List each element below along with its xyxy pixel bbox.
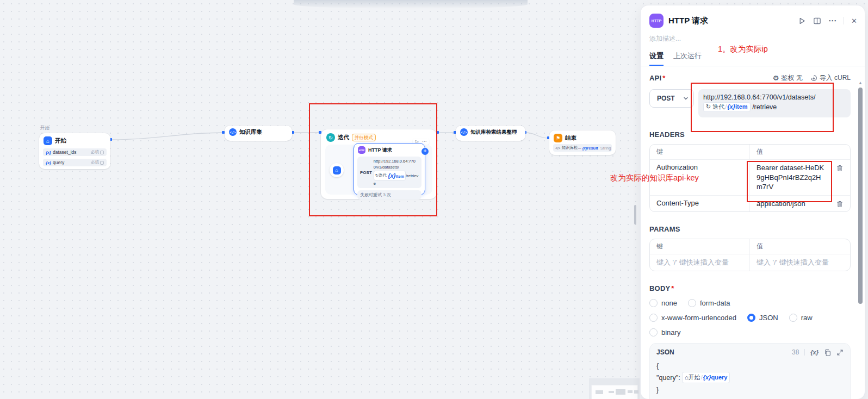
required-icon	[100, 161, 104, 165]
kb-node-title: 知识库集	[239, 128, 262, 136]
copy-icon[interactable]	[824, 349, 831, 356]
panel-content: API* ⚙ 鉴权 无 导入 cURL POST http://192.168.…	[641, 66, 865, 399]
required-icon	[100, 151, 104, 154]
start-node-type-label: 开始	[40, 125, 49, 132]
home-icon: ⌂	[685, 374, 689, 381]
param-value-input[interactable]: 键入 '/' 键快速插入变量	[750, 254, 850, 271]
table-row: 键入 '/' 键快速插入变量 键入 '/' 键快速插入变量	[650, 254, 850, 271]
minimap-viewport	[592, 385, 637, 399]
gear-icon: ⚙	[773, 74, 779, 82]
end-output-row: </> 知识库检... {x}result String	[553, 144, 612, 152]
json-editor[interactable]: JSON 38 {x} { "query": ⌂开始/{x}query }	[649, 343, 851, 399]
table-row: Content-Type application/json	[650, 195, 850, 212]
tab-settings[interactable]: 设置	[649, 51, 664, 66]
radio-none[interactable]: none	[649, 299, 677, 307]
home-icon: ⌂	[44, 136, 52, 145]
start-var-query[interactable]: {x}query 必填	[43, 159, 107, 166]
home-icon: ⌂	[333, 166, 341, 174]
radio-circle	[649, 328, 658, 336]
expand-icon[interactable]	[836, 349, 844, 356]
node-arrange-results[interactable]: </> 知识库检索结果整理	[456, 126, 525, 141]
radio-x-www-form-urlencoded[interactable]: x-www-form-urlencoded	[649, 314, 736, 322]
variable-icon: {x}	[46, 150, 51, 155]
scroll-up-arrow-icon[interactable]: ▲	[857, 79, 864, 87]
param-key-input[interactable]: 键入 '/' 键快速插入变量	[650, 254, 750, 271]
url-variable-pill[interactable]: ↻ 迭代/{x}item	[703, 102, 751, 112]
header-value-input[interactable]: application/json	[757, 199, 805, 209]
refresh-icon: ↻	[326, 133, 335, 142]
refresh-icon: ↻	[706, 103, 711, 110]
run-node-button[interactable]	[798, 17, 806, 25]
http-node-config-panel: HTTP HTTP 请求 ⋯ ✕ 添加描述... 设置 上次运行 API* ⚙ …	[641, 5, 865, 399]
required-star: *	[671, 284, 674, 292]
radio-circle	[789, 314, 797, 322]
params-col-key: 键	[650, 239, 750, 254]
end-flag-icon: ⚑	[554, 134, 562, 142]
headers-col-key: 键	[650, 145, 750, 159]
json-body-content[interactable]: { "query": ⌂开始/{x}query }	[656, 360, 844, 396]
import-curl-button[interactable]: 导入 cURL	[810, 73, 851, 83]
iteration-body: ⌂ HTTP HTTP 请求 + POST http://192.168.0.6…	[325, 145, 432, 195]
code-icon: </>	[555, 146, 560, 150]
trash-icon[interactable]	[836, 164, 844, 192]
add-node-button[interactable]: +	[421, 148, 429, 155]
arrange-node-title: 知识库检索结果整理	[470, 129, 517, 136]
divider	[804, 349, 805, 356]
code-icon: </>	[460, 128, 468, 136]
method-select[interactable]: POST	[649, 89, 694, 108]
params-col-value: 值	[750, 239, 850, 254]
divider	[844, 17, 844, 24]
node-knowledge-base[interactable]: </> 知识库集	[225, 126, 292, 141]
header-value-input[interactable]: Bearer dataset-HeDK9gHBqPnI4rBZ2q2Hm7rV	[757, 163, 826, 192]
auth-setting-button[interactable]: ⚙ 鉴权 无	[773, 73, 803, 83]
http-mini-url: POST http://192.168.0.64:7700/v1/dataset…	[357, 157, 421, 188]
params-section-title: PARAMS	[649, 225, 851, 233]
editor-label: JSON	[656, 348, 792, 356]
import-icon	[810, 74, 817, 82]
headers-section-title: HEADERS	[649, 130, 851, 139]
radio-circle	[649, 299, 658, 307]
more-icon[interactable]: ⋯	[828, 16, 836, 26]
node-end[interactable]: ⚑ 结束 </> 知识库检... {x}result String	[549, 130, 616, 155]
radio-binary[interactable]: binary	[649, 328, 680, 336]
code-icon: </>	[229, 128, 237, 136]
insert-variable-button[interactable]: {x}	[810, 349, 819, 356]
scrollbar-thumb[interactable]	[858, 88, 863, 304]
radio-form-data[interactable]: form-data	[688, 299, 730, 307]
radio-raw[interactable]: raw	[789, 314, 813, 322]
http-icon: HTTP	[649, 14, 664, 28]
docs-icon[interactable]	[813, 17, 821, 25]
url-input[interactable]: http://192.168.0.64:7700/v1/datasets/↻ 迭…	[698, 89, 851, 117]
close-icon[interactable]: ✕	[851, 17, 857, 25]
node-start[interactable]: ⌂ 开始 {x}dataset_ids 必填 {x}query 必填	[39, 133, 110, 169]
body-section-title: BODY*	[649, 284, 851, 292]
api-section-title: API*	[649, 74, 666, 82]
chevron-down-icon	[683, 96, 689, 101]
iteration-node-title: 迭代	[338, 134, 349, 141]
trash-icon[interactable]	[836, 200, 844, 209]
panel-title: HTTP 请求	[668, 16, 793, 26]
panel-scrollbar[interactable]: ▲	[857, 79, 864, 399]
radio-circle	[747, 314, 755, 322]
header-key-input[interactable]: Content-Type	[650, 196, 750, 212]
annotation-change-api-key: 改为实际的知识库api-key	[610, 173, 699, 183]
body-type-options: none form-data x-www-form-urlencoded JSO…	[649, 299, 851, 336]
iteration-start-node[interactable]: ⌂	[330, 163, 344, 177]
node-iteration[interactable]: ↻ 迭代 并行模式 ▷ ⋯ ⌂ HTTP HTTP 请求 + POST http…	[321, 129, 437, 199]
variable-icon: {x}	[46, 160, 51, 165]
radio-json[interactable]: JSON	[747, 314, 778, 322]
canvas-scrollbar-thumb[interactable]	[634, 205, 636, 225]
http-node-title: HTTP 请求	[368, 147, 392, 154]
parallel-mode-badge: 并行模式	[352, 134, 376, 141]
start-node-title: 开始	[55, 137, 66, 145]
node-http-request-inner[interactable]: HTTP HTTP 请求 + POST http://192.168.0.64:…	[354, 143, 425, 195]
body-variable-pill[interactable]: ⌂开始/{x}query	[682, 372, 730, 383]
char-count: 38	[792, 348, 799, 356]
tab-last-run[interactable]: 上次运行	[673, 51, 702, 66]
params-table: 键 值 键入 '/' 键快速插入变量 键入 '/' 键快速插入变量	[649, 239, 851, 271]
end-node-title: 结束	[565, 134, 576, 142]
headers-col-value: 值	[750, 145, 850, 159]
description-placeholder[interactable]: 添加描述...	[641, 28, 865, 43]
minimap[interactable]	[589, 378, 640, 399]
start-var-dataset-ids[interactable]: {x}dataset_ids 必填	[43, 148, 107, 156]
